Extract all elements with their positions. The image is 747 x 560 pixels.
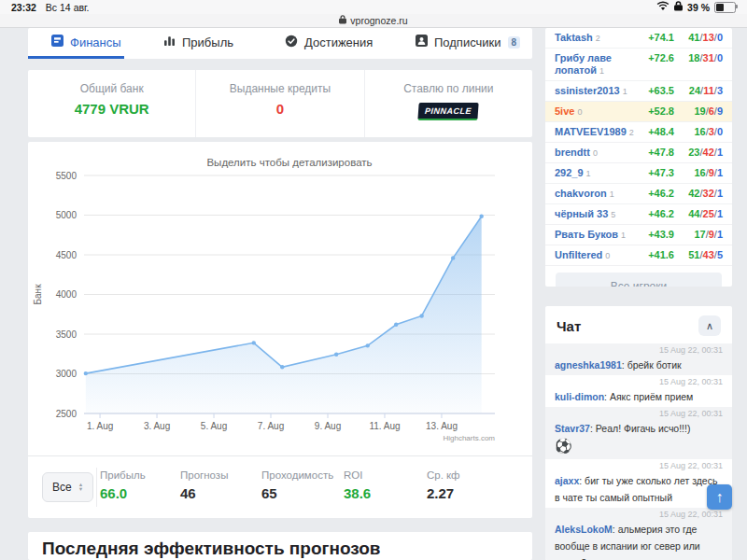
y-tick-label: 5500	[56, 171, 78, 181]
leaderboard-row: brendtt0+47.823/42/1	[545, 143, 732, 163]
x-tick-label: 5. Aug	[201, 421, 227, 431]
player-record: 18/31/0	[674, 52, 723, 64]
leaderboard: Taktash2+74.141/13/0Грибу лаве лопатой1+…	[545, 28, 732, 287]
player-name[interactable]: MATVEEV19892	[555, 126, 637, 139]
player-record: 17/9/1	[674, 229, 723, 241]
player-name[interactable]: Unfiltered0	[555, 249, 637, 262]
chat-username[interactable]: kuli-dimon	[555, 391, 604, 402]
summary-stat-value: 4779 VRUR	[28, 101, 195, 117]
chat-timestamp: 15 Aug 22, 00:31	[555, 376, 723, 387]
tab-label: Подписчики	[434, 35, 501, 49]
leaderboard-row: MATVEEV19892+48.416/3/0	[545, 122, 732, 143]
player-name[interactable]: 292_91	[555, 167, 637, 180]
leaderboard-row: Taktash2+74.141/13/0	[545, 28, 732, 49]
tab-label: Достижения	[304, 35, 373, 49]
player-name[interactable]: чёрный 335	[555, 208, 637, 221]
player-count: 1	[623, 87, 627, 96]
player-profit: +63.5	[637, 85, 674, 97]
chat-timestamp: 15 Aug 22, 00:31	[555, 344, 723, 356]
url-domain: vprognoze.ru	[350, 15, 407, 26]
chat-panel: Чат ∧ 15 Aug 22, 00:31agneshka1981: брей…	[545, 306, 732, 560]
player-name[interactable]: brendtt0	[555, 147, 637, 160]
chat-text: : Аякс приём прием	[604, 391, 693, 402]
clock: 23:32	[11, 2, 36, 13]
chat-message: 15 Aug 22, 00:31AleksLokoM: альмерия это…	[545, 508, 732, 560]
forecast-stat: Прогнозы46	[180, 469, 228, 501]
period-filter-select[interactable]: Все ▲▼	[42, 472, 93, 502]
x-tick-label: 3. Aug	[144, 421, 170, 431]
player-count: 1	[621, 231, 626, 240]
bank-chart[interactable]: Выделить чтобы детализировать25003000350…	[28, 142, 532, 450]
player-count: 2	[596, 34, 600, 43]
rotation-lock-icon	[674, 1, 683, 13]
tab-subscribers[interactable]: Подписчики8	[416, 28, 520, 56]
leaderboard-row: 5ive0+52.819/6/9	[545, 102, 732, 122]
player-profit: +72.6	[637, 52, 674, 64]
profit-icon	[163, 35, 176, 49]
soccer-ball-smiley-icon: ⚽	[555, 436, 723, 456]
tab-profit[interactable]: Прибыль	[163, 28, 233, 56]
highcharts-credit: Highcharts.com	[443, 434, 495, 442]
browser-address-bar[interactable]: vprognoze.ru	[0, 14, 747, 28]
forecast-stats-row: Все ▲▼ Прибыль66.0Прогнозы46Проходимость…	[28, 455, 532, 518]
summary-stat-value: 0	[196, 101, 363, 117]
player-name[interactable]: ssinister20131	[555, 85, 637, 98]
player-profit: +47.8	[637, 147, 674, 159]
chat-username[interactable]: ajaxx	[555, 475, 579, 486]
tab-label: Прибыль	[182, 35, 233, 49]
chat-timestamp: 15 Aug 22, 00:31	[555, 460, 723, 471]
pinnacle-logo: PINNACLE	[418, 103, 479, 120]
chat-username[interactable]: agneshka1981	[555, 359, 622, 371]
forecast-stat-label: ROI	[344, 469, 371, 481]
summary-stat-label: Выданные кредиты	[196, 82, 363, 95]
tab-finance[interactable]: Финансы	[51, 28, 121, 56]
forecast-stat-label: Прогнозы	[180, 469, 228, 481]
chat-username[interactable]: AleksLokoM	[555, 524, 613, 535]
forecast-stat-value: 65	[261, 485, 333, 501]
scroll-to-top-button[interactable]: ↑	[707, 484, 732, 510]
forecast-stat-value: 46	[180, 485, 228, 501]
chat-header: Чат ∧	[545, 306, 732, 343]
chat-text: : Реал! Фигачь исчо!!!)	[590, 423, 691, 434]
bank-chart-card: Выделить чтобы детализировать25003000350…	[28, 142, 532, 518]
player-record: 51/43/5	[674, 249, 723, 261]
data-point-marker	[394, 323, 398, 327]
chat-collapse-button[interactable]: ∧	[698, 315, 721, 336]
tab-achievements[interactable]: Достижения	[285, 28, 373, 56]
divider	[96, 468, 97, 507]
chat-text: : биг ты уже сколько лет здесь в чате ты…	[555, 475, 717, 503]
player-name[interactable]: chakvoron1	[555, 188, 637, 201]
forecast-stat-value: 38.6	[344, 485, 371, 501]
player-count: 1	[610, 189, 614, 199]
player-name[interactable]: 5ive0	[555, 105, 637, 119]
data-point-marker	[280, 365, 284, 369]
wifi-icon	[656, 1, 669, 13]
player-name[interactable]: Грибу лаве лопатой1	[555, 52, 637, 77]
status-date: Вс 14 авг.	[46, 2, 90, 13]
x-tick-label: 13. Aug	[426, 421, 458, 431]
player-profit: +46.2	[637, 188, 674, 200]
tab-badge: 8	[508, 36, 521, 49]
forecast-stat-label: Прибыль	[100, 469, 146, 481]
summary-stat-label: Ставлю по линии	[365, 82, 532, 95]
player-profit: +52.8	[637, 105, 674, 118]
forecast-stat: Ср. кф2.27	[427, 469, 460, 501]
data-point-marker	[84, 371, 88, 375]
chat-username[interactable]: Stavr37	[555, 423, 590, 434]
player-record: 41/13/0	[674, 32, 723, 44]
y-axis-label: Банк	[33, 284, 43, 305]
all-players-button[interactable]: Все игроки	[556, 273, 722, 287]
chat-message: 15 Aug 22, 00:31kuli-dimon: Аякс приём п…	[545, 375, 732, 407]
player-profit: +47.3	[637, 167, 674, 179]
chart-title: Выделить чтобы детализировать	[206, 157, 372, 168]
subscribers-icon	[416, 35, 428, 49]
player-name[interactable]: Рвать Буков1	[555, 229, 637, 242]
forecast-stat: Проходимость65	[261, 469, 333, 501]
player-name[interactable]: Taktash2	[555, 32, 637, 45]
chat-message: 15 Aug 22, 00:31ajaxx: биг ты уже скольк…	[545, 459, 732, 508]
player-count: 1	[586, 169, 591, 178]
player-profit: +48.4	[637, 126, 674, 138]
leaderboard-row: чёрный 335+46.244/25/1	[545, 204, 732, 225]
player-record: 24/11/3	[674, 85, 723, 97]
leaderboard-row: 292_91+47.316/9/1	[545, 163, 732, 184]
